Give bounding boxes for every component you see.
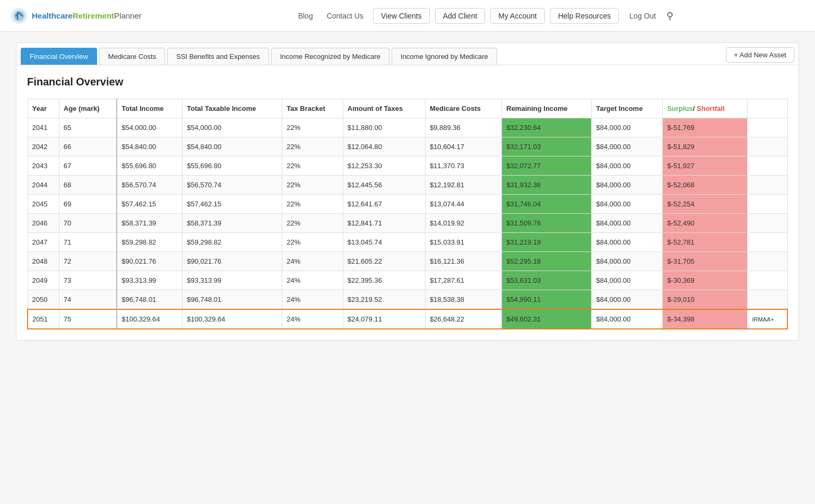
cell-target-income: $84,000.00 [592,157,663,176]
cell-year: 2047 [28,233,59,252]
view-clients-button[interactable]: View Clients [373,8,430,24]
cell-remaining-income: $53,631.03 [502,271,592,290]
cell-remaining-income: $32,171.03 [502,137,592,157]
tab-financial-overview[interactable]: Financial Overview [21,48,97,65]
cell-year: 2051 [28,309,59,329]
logo-healthcare: Healthcare [32,11,73,20]
col-header-medicare-costs: Medicare Costs [425,99,501,118]
cell-irmaa [748,137,787,157]
cell-tax-bracket: 22% [282,195,343,214]
cell-medicare-costs: $14,019.92 [425,214,501,233]
add-new-asset-button[interactable]: + Add New Asset [726,47,794,63]
col-header-total-income: Total Income [117,99,182,118]
cell-amount-taxes: $23,219.52 [343,290,425,310]
cell-medicare-costs: $11,370.73 [425,157,501,176]
cell-total-taxable: $57,462.15 [183,195,282,214]
search-icon[interactable]: ⚲ [666,10,673,22]
cell-irmaa [748,271,787,290]
cell-medicare-costs: $15,033.91 [425,233,501,252]
cell-amount-taxes: $12,841.71 [343,214,425,233]
help-resources-button[interactable]: Help Resources [550,8,619,24]
col-header-age: Age (mark) [59,99,117,118]
cell-total-income: $58,371.39 [117,214,182,233]
cell-surplus-shortfall: $-52,254 [663,195,748,214]
cell-year: 2042 [28,137,59,157]
cell-tax-bracket: 24% [282,252,343,271]
cell-total-taxable: $55,696.80 [183,157,282,176]
add-client-button[interactable]: Add Client [435,8,485,24]
cell-target-income: $84,000.00 [592,271,663,290]
cell-medicare-costs: $26,648.22 [425,309,501,329]
cell-age: 74 [59,290,117,310]
tabs: Financial Overview Medicare Costs SSI Be… [21,48,497,65]
cell-irmaa [748,118,787,137]
surplus-label: Surplus [667,105,692,112]
cell-surplus-shortfall: $-29,010 [663,290,748,310]
cell-amount-taxes: $12,064.80 [343,137,425,157]
cell-target-income: $84,000.00 [592,214,663,233]
cell-medicare-costs: $12,192.81 [425,176,501,195]
cell-total-income: $93,313.99 [117,271,182,290]
cell-total-income: $59,298.82 [117,233,182,252]
tab-income-ignored[interactable]: Income Ignored by Medicare [392,48,497,65]
cell-total-income: $55,696.80 [117,157,182,176]
cell-age: 71 [59,233,117,252]
cell-target-income: $84,000.00 [592,309,663,329]
tab-medicare-costs[interactable]: Medicare Costs [99,48,165,65]
cell-year: 2048 [28,252,59,271]
cell-surplus-shortfall: $-31,705 [663,252,748,271]
cell-total-income: $90,021.76 [117,252,182,271]
my-account-button[interactable]: My Account [490,8,544,24]
cell-age: 68 [59,176,117,195]
col-header-amount-taxes: Amount of Taxes [343,99,425,118]
main-content: Financial Overview Medicare Costs SSI Be… [0,32,815,351]
cell-age: 75 [59,309,117,329]
tab-ssi-benefits[interactable]: SSI Benefits and Expenses [167,48,269,65]
col-header-tax-bracket: Tax Bracket [282,99,343,118]
col-header-remaining-income: Remaining Income [502,99,592,118]
cell-tax-bracket: 22% [282,157,343,176]
cell-amount-taxes: $12,641.67 [343,195,425,214]
cell-tax-bracket: 22% [282,214,343,233]
cell-total-income: $57,462.15 [117,195,182,214]
cell-total-taxable: $54,000.00 [183,118,282,137]
cell-year: 2049 [28,271,59,290]
cell-remaining-income: $32,072.77 [502,157,592,176]
cell-total-taxable: $96,748.01 [183,290,282,310]
cell-total-taxable: $93,313.99 [183,271,282,290]
cell-amount-taxes: $21,605.22 [343,252,425,271]
cell-age: 70 [59,214,117,233]
col-header-year: Year [28,99,59,118]
cell-target-income: $84,000.00 [592,233,663,252]
cell-surplus-shortfall: $-51,829 [663,137,748,157]
page-title: Financial Overview [27,76,788,88]
cell-age: 65 [59,118,117,137]
cell-remaining-income: $54,990.11 [502,290,592,310]
table-section: Financial Overview Year Age (mark) Total… [16,65,799,341]
tab-income-recognized[interactable]: Income Recognized by Medicare [271,48,389,65]
cell-total-income: $54,840.00 [117,137,182,157]
cell-remaining-income: $31,219.18 [502,233,592,252]
cell-tax-bracket: 24% [282,271,343,290]
cell-year: 2044 [28,176,59,195]
cell-total-income: $54,000.00 [117,118,182,137]
shortfall-label: Shortfall [697,105,725,112]
cell-total-taxable: $58,371.39 [183,214,282,233]
nav-blog[interactable]: Blog [294,10,317,22]
cell-total-income: $96,748.01 [117,290,182,310]
cell-total-taxable: $59,298.82 [183,233,282,252]
cell-age: 72 [59,252,117,271]
cell-remaining-income: $31,509.76 [502,214,592,233]
logo: Healthcare Retirement Planner [11,7,142,24]
nav-contact-us[interactable]: Contact Us [323,10,368,22]
cell-surplus-shortfall: $-52,068 [663,176,748,195]
cell-total-taxable: $90,021.76 [183,252,282,271]
cell-age: 73 [59,271,117,290]
cell-amount-taxes: $11,880.00 [343,118,425,137]
cell-age: 67 [59,157,117,176]
cell-medicare-costs: $16,121.36 [425,252,501,271]
log-out-link[interactable]: Log Out [629,12,656,20]
cell-age: 69 [59,195,117,214]
cell-target-income: $84,000.00 [592,118,663,137]
cell-medicare-costs: $13,074.44 [425,195,501,214]
